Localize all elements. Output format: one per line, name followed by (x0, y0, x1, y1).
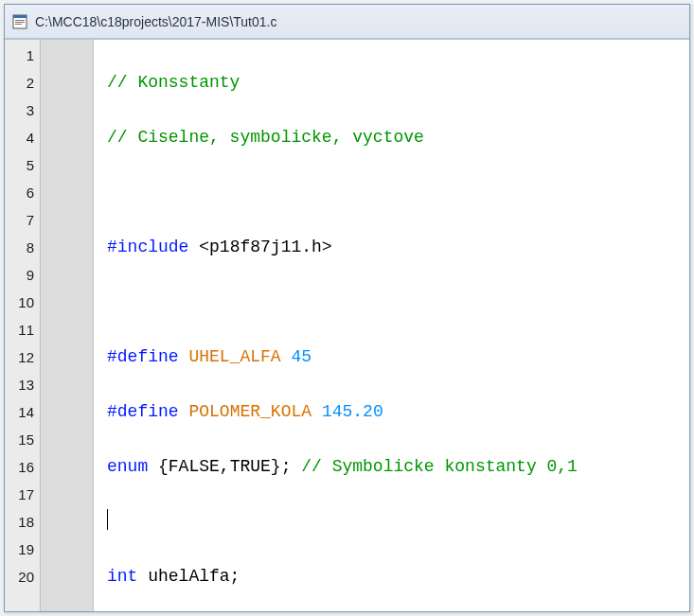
svg-rect-3 (15, 22, 25, 23)
code-text (281, 347, 292, 366)
line-number: 8 (7, 234, 34, 261)
svg-rect-4 (15, 24, 22, 25)
line-number: 1 (7, 42, 34, 69)
line-number: 11 (7, 316, 34, 343)
file-icon (12, 14, 27, 29)
line-number: 14 (7, 398, 34, 426)
code-text: {FALSE,TRUE}; (148, 457, 301, 476)
line-number: 10 (7, 289, 34, 316)
editor-window: C:\MCC18\c18projects\2017-MIS\Tut01.c 12… (4, 4, 690, 612)
number: 145.20 (322, 402, 383, 421)
preproc: #include (107, 238, 188, 256)
comment: // Symbolicke konstanty 0,1 (301, 457, 578, 476)
comment: // Konsstanty (107, 73, 240, 92)
code-text (179, 347, 189, 366)
text-caret (107, 509, 108, 530)
line-number: 13 (7, 371, 34, 398)
line-number: 7 (7, 206, 34, 234)
code-text: <p18f87j11.h> (188, 238, 331, 256)
line-number: 5 (7, 151, 34, 179)
svg-rect-2 (15, 20, 25, 21)
line-number: 2 (7, 69, 34, 97)
macro-name: POLOMER_KOLA (188, 402, 311, 421)
preproc: #define (107, 347, 179, 366)
code-text (179, 402, 189, 421)
preproc: #define (107, 402, 179, 421)
line-number: 9 (7, 261, 34, 289)
code-editor[interactable]: 1234567891011121314151617181920 // Konss… (5, 39, 689, 611)
keyword: int (107, 567, 137, 586)
number: 45 (291, 347, 311, 366)
line-number: 20 (7, 563, 34, 590)
keyword: enum (107, 457, 148, 476)
line-number: 12 (7, 343, 34, 371)
code-text (311, 402, 322, 421)
fold-margin (41, 40, 94, 611)
line-number: 15 (7, 426, 34, 453)
line-number: 16 (7, 453, 34, 481)
line-number: 17 (7, 481, 34, 508)
window-title: C:\MCC18\c18projects\2017-MIS\Tut01.c (35, 14, 276, 29)
svg-rect-1 (13, 15, 27, 18)
titlebar[interactable]: C:\MCC18\c18projects\2017-MIS\Tut01.c (5, 5, 689, 39)
line-number: 6 (7, 179, 34, 206)
line-number: 3 (7, 97, 34, 124)
comment: // Ciselne, symbolicke, vyctove (107, 128, 424, 147)
line-number: 18 (7, 508, 34, 536)
macro-name: UHEL_ALFA (188, 347, 280, 366)
line-number: 19 (7, 536, 34, 563)
code-area[interactable]: // Konsstanty // Ciselne, symbolicke, vy… (94, 40, 689, 611)
line-number: 4 (7, 124, 34, 151)
code-text: uhelAlfa; (137, 567, 240, 586)
line-number-gutter: 1234567891011121314151617181920 (5, 40, 41, 611)
